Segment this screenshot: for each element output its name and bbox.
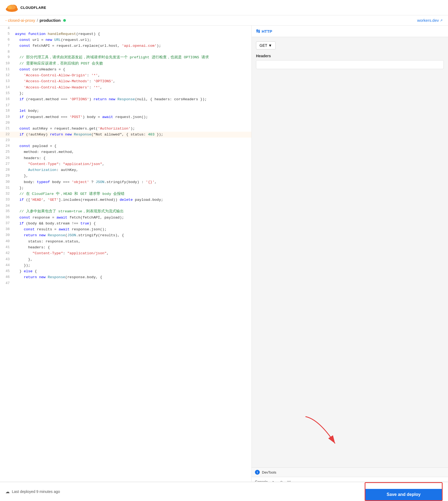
line-code: if (request.method === 'POST') body = aw…	[13, 114, 251, 120]
table-row: 9 // 部分代理工具，请求由浏览器发起，跨域请求时会先发送一个 preflig…	[0, 55, 251, 60]
table-row: 15 };	[0, 91, 251, 96]
line-number: 39	[0, 232, 13, 238]
line-code: },	[13, 173, 251, 179]
table-row: 22 if (!authKey) return new Response("No…	[0, 132, 251, 138]
table-row: 38 const results = await response.json()…	[0, 227, 251, 232]
table-row: 19 if (request.method === 'POST') body =…	[0, 114, 251, 120]
line-code: const response = await fetch(fetchAPI, p…	[13, 215, 251, 221]
header-input[interactable]	[256, 60, 444, 69]
breadcrumb-current: production	[40, 18, 61, 23]
line-code: 'Access-Control-Allow-Headers': '*',	[13, 85, 251, 91]
line-number: 28	[0, 167, 13, 173]
devtools-label: DevTools	[262, 470, 276, 474]
line-code	[13, 138, 251, 143]
save-top-area	[365, 483, 442, 489]
cloudflare-logo	[5, 3, 18, 12]
line-code: 'Access-Control-Allow-Origin': '*',	[13, 73, 251, 78]
table-row: 10 // 需要响应应该请求，否则后续的 POST 会失败	[0, 61, 251, 67]
table-row: 47	[0, 281, 251, 286]
line-code: body: typeof body === 'object' ? JSON.st…	[13, 179, 251, 185]
line-code: };	[13, 91, 251, 96]
table-row: 37 if (body && body.stream !== true) {	[0, 221, 251, 227]
header: CLOUDFLARE	[0, 0, 448, 15]
line-code	[13, 120, 251, 126]
svg-point-4	[8, 6, 12, 9]
line-number: 11	[0, 67, 13, 73]
line-code: // 部分代理工具，请求由浏览器发起，跨域请求时会先发送一个 preflight…	[13, 55, 251, 60]
line-number: 12	[0, 73, 13, 78]
table-row: 4	[0, 26, 251, 31]
logo-area: CLOUDFLARE	[5, 3, 46, 12]
table-row: 21 const authKey = request.headers.get('…	[0, 126, 251, 132]
line-number: 26	[0, 155, 13, 161]
right-panel: ⇆ HTTP GET ▼ Headers i DevTools Console	[252, 26, 448, 494]
line-code: const fetchAPI = request.url.replace(url…	[13, 43, 251, 49]
line-code: status: response.status,	[13, 239, 251, 245]
line-number: 10	[0, 61, 13, 67]
deploy-icon: ☁	[5, 489, 10, 494]
headers-label: Headers	[256, 54, 444, 58]
line-code	[13, 49, 251, 55]
table-row: 46 return new Response(response.body, {	[0, 274, 251, 280]
line-number: 24	[0, 143, 13, 149]
table-row: 14 'Access-Control-Allow-Headers': '*',	[0, 85, 251, 91]
table-row: 13 'Access-Control-Allow-Methods': 'OPTI…	[0, 78, 251, 84]
table-row: 34	[0, 203, 251, 209]
line-number: 15	[0, 91, 13, 96]
line-number: 14	[0, 85, 13, 91]
workers-link[interactable]: workers.dev ↗	[417, 18, 443, 23]
line-number: 23	[0, 138, 13, 143]
line-number: 25	[0, 149, 13, 155]
line-number: 40	[0, 239, 13, 245]
http-badge: ⇆ HTTP	[256, 28, 272, 34]
line-code: // 需要响应应该请求，否则后续的 POST 会失败	[13, 61, 251, 67]
line-code: headers: {	[13, 245, 251, 251]
table-row: 30 body: typeof body === 'object' ? JSON…	[0, 179, 251, 185]
line-number: 18	[0, 108, 13, 114]
line-number: 17	[0, 103, 13, 108]
method-select[interactable]: GET ▼	[256, 41, 276, 49]
line-number: 6	[0, 37, 13, 43]
line-code: };	[13, 185, 251, 191]
http-arrows-icon: ⇆	[256, 28, 260, 34]
line-number: 33	[0, 197, 13, 203]
method-label: GET	[259, 43, 267, 48]
line-number: 8	[0, 49, 13, 55]
external-link-icon: ↗	[440, 19, 443, 22]
bottom-bar: ☁ Last deployed 9 minutes ago Save and d…	[0, 482, 448, 501]
line-code: });	[13, 263, 251, 269]
bottom-right: Save and deploy	[365, 482, 443, 501]
table-row: 26 headers: {	[0, 155, 251, 161]
headers-section: GET ▼ Headers	[252, 37, 448, 73]
breadcrumb: - closed-ai-proxy / production workers.d…	[0, 15, 448, 26]
line-code: if (['HEAD', 'GET'].includes(request.met…	[13, 197, 251, 203]
line-code: Authorization: authKey,	[13, 167, 251, 173]
table-row: 35 // 入参中如果包含了 stream=true，则表现形式为流式输出	[0, 209, 251, 214]
table-row: 39 return new Response(JSON.stringify(re…	[0, 232, 251, 238]
method-dropdown-icon: ▼	[268, 43, 272, 48]
table-row: 23	[0, 138, 251, 143]
line-number: 22	[0, 132, 13, 138]
save-and-deploy-button[interactable]: Save and deploy	[365, 489, 442, 500]
code-table: 4 5 async function handleRequest(request…	[0, 26, 251, 286]
line-number: 37	[0, 221, 13, 227]
line-code: return new Response(response.body, {	[13, 274, 251, 280]
table-row: 44 });	[0, 263, 251, 269]
code-content[interactable]: 4 5 async function handleRequest(request…	[0, 26, 251, 494]
line-number: 9	[0, 55, 13, 60]
status-dot	[63, 19, 66, 22]
line-number: 13	[0, 78, 13, 84]
devtools-bar: i DevTools	[252, 468, 448, 477]
line-number: 35	[0, 209, 13, 214]
line-number: 19	[0, 114, 13, 120]
table-row: 45 } else {	[0, 269, 251, 274]
line-code: return new Response(JSON.stringify(resul…	[13, 232, 251, 238]
line-number: 46	[0, 274, 13, 280]
breadcrumb-link[interactable]: - closed-ai-proxy	[5, 18, 35, 23]
table-row: 12 'Access-Control-Allow-Origin': '*',	[0, 73, 251, 78]
code-editor[interactable]: 4 5 async function handleRequest(request…	[0, 26, 252, 494]
line-code: "Content-Type": "application/json",	[13, 161, 251, 167]
line-code: },	[13, 257, 251, 263]
line-code: const corsHeaders = {	[13, 67, 251, 73]
table-row: 43 },	[0, 257, 251, 263]
